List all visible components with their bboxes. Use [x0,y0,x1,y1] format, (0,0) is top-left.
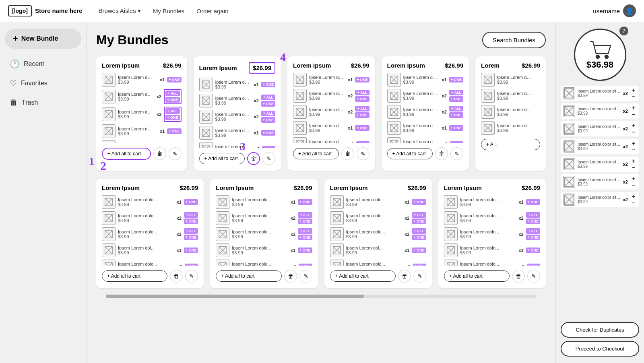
add-one-button[interactable]: + ONE [449,112,463,118]
add-all-to-cart-button[interactable]: + A... [481,139,540,150]
add-one-button[interactable]: + ONE [298,235,312,240]
add-one-button[interactable]: + ONE [298,248,312,253]
add-one-button[interactable]: + ONE [184,235,198,240]
edit-bundle-button[interactable]: ✎ [185,270,198,283]
sidebar-item-trash[interactable]: 🗑 Trash [5,94,81,111]
add-one-button[interactable]: + ONE [261,117,275,123]
cart-decrease-button[interactable]: − [630,182,637,188]
add-all-to-cart-button[interactable]: + Add all to cart [216,270,281,282]
add-one-button[interactable]: + ONE [167,128,181,134]
nav-my-bundles[interactable]: My Bundles [153,8,184,14]
edit-bundle-button[interactable]: ✎ [413,270,426,283]
sidebar-item-recent[interactable]: 🕐 Recent [5,55,81,73]
add-all-button[interactable]: + ALL [413,264,426,266]
add-all-button[interactable]: + ALL [185,264,198,266]
cart-decrease-button[interactable]: − [630,94,637,99]
add-all-button[interactable]: + ALL [449,106,463,111]
delete-bundle-button[interactable]: 🗑 [170,270,183,283]
add-one-button[interactable]: + ONE [184,248,198,253]
cart-increase-button[interactable]: + [630,87,637,93]
add-all-button[interactable]: + ALL [262,146,275,148]
add-one-button[interactable]: + ONE [412,248,426,253]
add-all-to-cart-button[interactable]: + Add all to cart [293,148,339,159]
add-all-button[interactable]: + ALL [527,264,540,266]
proceed-to-checkout-button[interactable]: Proceed to Checkout [561,341,639,357]
edit-bundle-button[interactable]: ✎ [450,147,463,160]
delete-bundle-button[interactable]: 🗑 [398,270,411,283]
add-all-button[interactable]: + ALL [449,90,463,95]
add-all-button[interactable]: + ALL [450,141,463,143]
cart-increase-button[interactable]: + [630,105,637,111]
add-all-button[interactable]: + ALL [184,212,198,218]
add-all-button[interactable]: + ALL [261,95,275,100]
add-one-button[interactable]: + ONE [298,219,312,224]
add-all-button[interactable]: + ALL [165,91,180,96]
add-all-button[interactable]: + ALL [184,228,198,234]
add-all-button[interactable]: + ALL [298,228,312,234]
add-one-button[interactable]: + ONE [261,82,275,87]
add-all-button[interactable]: + ALL [299,264,312,266]
edit-bundle-button[interactable]: ✎ [527,270,540,283]
cart-decrease-button[interactable]: − [630,200,637,206]
add-one-button[interactable]: + ONE [526,235,540,240]
edit-bundle-button[interactable]: ✎ [262,152,275,165]
add-one-button[interactable]: + ONE [412,199,426,205]
add-all-button[interactable]: + ALL [355,106,369,111]
add-one-button[interactable]: + ONE [261,101,275,107]
new-bundle-button[interactable]: + New Bundle [5,29,81,49]
add-one-button[interactable]: + ONE [298,199,312,205]
add-all-button[interactable]: + ALL [298,212,312,218]
nav-browes-aisles[interactable]: Browes Aisles [98,7,141,14]
cart-increase-button[interactable]: + [630,123,637,128]
add-one-button[interactable]: + ONE [167,77,181,82]
edit-bundle-button[interactable]: ✎ [357,147,369,160]
add-all-button[interactable]: + ALL [356,141,369,143]
add-one-button[interactable]: + ONE [526,199,540,205]
add-one-button[interactable]: + ONE [526,219,540,224]
cart-decrease-button[interactable]: − [630,111,637,117]
add-all-button[interactable]: + ALL [526,212,540,218]
add-all-to-cart-button[interactable]: + Add all to cart [330,270,396,282]
add-one-button[interactable]: + ONE [412,219,426,224]
add-all-to-cart-button[interactable]: + Add all to cart [444,270,510,282]
add-all-button[interactable]: + ALL [526,228,540,234]
edit-bundle-button[interactable]: ✎ [299,270,312,283]
add-all-button[interactable]: + ALL [355,90,369,95]
cart-increase-button[interactable]: + [630,176,637,182]
add-one-button[interactable]: + ONE [526,248,540,253]
add-one-button[interactable]: + ONE [165,97,180,103]
add-one-button[interactable]: + ONE [355,112,369,118]
add-one-button[interactable]: + ONE [412,235,426,240]
add-one-button[interactable]: + ONE [449,96,463,102]
scrollbar[interactable] [106,295,536,298]
delete-bundle-button[interactable]: 🗑 [284,270,297,283]
delete-bundle-button[interactable]: 🗑 [512,270,525,283]
add-all-to-cart-button[interactable]: + Add all to cart [387,148,433,159]
cart-increase-button[interactable]: + [630,140,637,146]
add-all-button[interactable]: + ALL [261,111,275,116]
add-one-button[interactable]: + ONE [355,125,369,131]
scroll-thumb[interactable] [106,295,364,298]
delete-bundle-button-highlighted[interactable]: 🗑 3 [247,152,260,165]
user-avatar[interactable]: 👤 [623,4,636,17]
search-bundles-button[interactable]: Search Bundles [482,32,546,48]
add-one-button[interactable]: + ONE [449,125,463,131]
add-one-button[interactable]: + ONE [355,77,369,82]
delete-bundle-button[interactable]: 🗑 [153,147,166,160]
add-all-button[interactable]: + ALL [412,228,426,234]
cart-decrease-button[interactable]: − [630,165,637,170]
add-all-button[interactable]: + ALL [165,108,180,114]
add-one-button[interactable]: + ONE [184,199,198,205]
add-all-to-cart-button[interactable]: + Add all to cart [102,148,151,160]
help-badge[interactable]: ? [619,27,628,35]
check-duplicates-button[interactable]: Check for Duplicates [561,322,639,338]
add-one-button[interactable]: + ONE [355,96,369,102]
cart-decrease-button[interactable]: − [630,129,637,135]
add-all-button[interactable]: + ALL [412,212,426,218]
nav-order-again[interactable]: Order again [196,8,228,14]
cart-increase-button[interactable]: + [630,194,637,199]
add-all-to-cart-button[interactable]: + Add all to cart [102,270,167,282]
cart-increase-button[interactable]: + [630,158,637,164]
delete-bundle-button[interactable]: 🗑 [435,147,448,160]
add-one-button[interactable]: + ONE [165,115,180,120]
